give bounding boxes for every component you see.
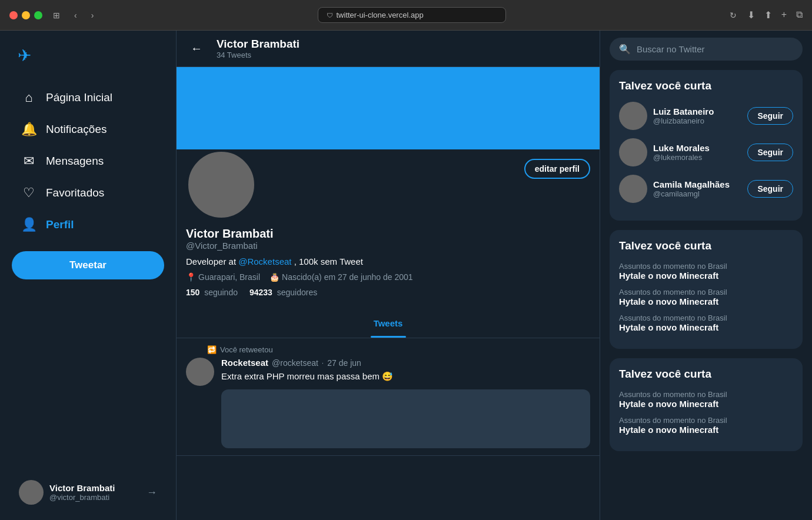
- profile-stats: 150 seguindo 94233 seguidores: [186, 288, 590, 297]
- maximize-button[interactable]: [34, 11, 42, 19]
- person-icon: 👤: [21, 217, 36, 232]
- avatar-wrapper: editar perfil: [186, 149, 590, 220]
- minimize-button[interactable]: [22, 11, 30, 19]
- sidebar-user-name: Victor Brambati: [49, 483, 141, 493]
- trend-item-3[interactable]: Assuntos do momento no Brasil Hytale o n…: [619, 314, 793, 332]
- location-item: 📍 Guarapari, Brasil: [186, 272, 260, 282]
- trend-category-3: Assuntos do momento no Brasil: [619, 314, 793, 322]
- trending-title-2: Talvez você curta: [619, 368, 793, 381]
- tweet-avatar: [186, 358, 214, 386]
- suggestion-handle-luke: @lukemorales: [653, 153, 741, 162]
- trending-card-2: Talvez você curta Assuntos do momento no…: [610, 358, 803, 451]
- sidebar-item-profile[interactable]: 👤 Perfil: [12, 210, 164, 239]
- tweet-item: 🔁 Você retweetou Rocketseat @rocketseat …: [177, 338, 600, 456]
- birthdate-item: 🎂 Nascido(a) em 27 de junho de 2001: [269, 272, 413, 282]
- traffic-lights: [9, 11, 42, 19]
- profile-avatar: [186, 149, 257, 220]
- search-input[interactable]: [637, 44, 793, 54]
- trend-name-3: Hytale o novo Minecraft: [619, 322, 793, 332]
- trend-item-2[interactable]: Assuntos do momento no Brasil Hytale o n…: [619, 288, 793, 306]
- home-icon: ⌂: [21, 90, 36, 105]
- following-count: 150: [186, 288, 199, 297]
- profile-name: Victor Brambati: [186, 227, 590, 241]
- edit-profile-button[interactable]: editar perfil: [524, 159, 590, 179]
- url-text: twitter-ui-clone.vercel.app: [337, 11, 424, 19]
- follow-button-luiz[interactable]: Seguir: [747, 107, 793, 125]
- retweet-icon: 🔁: [207, 345, 217, 354]
- search-box[interactable]: 🔍: [610, 38, 803, 61]
- suggestion-handle-camila: @camilaamgl: [653, 189, 741, 198]
- retweet-label: 🔁 Você retweetou: [186, 345, 590, 354]
- trending-card-1: Talvez você curta Assuntos do momento no…: [610, 230, 803, 349]
- following-stat[interactable]: 150 seguindo: [186, 288, 238, 297]
- tweet-button[interactable]: Tweetar: [12, 251, 164, 279]
- sidebar-user-handle: @victor_brambati: [49, 493, 141, 502]
- sidebar-toggle-button[interactable]: ⊞: [49, 8, 64, 22]
- trend-name-4: Hytale o novo Minecraft: [619, 399, 793, 409]
- followers-count: 94233: [249, 288, 272, 297]
- suggestion-avatar-luke: [619, 138, 647, 166]
- followers-stat[interactable]: 94233 seguidores: [249, 288, 317, 297]
- suggestions-title-1: Talvez você curta: [619, 79, 793, 92]
- trend-item-4[interactable]: Assuntos do momento no Brasil Hytale o n…: [619, 390, 793, 409]
- sidebar-avatar: [19, 480, 44, 505]
- close-button[interactable]: [9, 11, 18, 19]
- trend-category-5: Assuntos do momento no Brasil: [619, 416, 793, 425]
- sidebar: ✈ ⌂ Página Inicial 🔔 Notificações ✉ Mens…: [0, 31, 177, 520]
- twitter-logo-icon: ✈: [18, 46, 31, 65]
- back-button[interactable]: ←: [186, 38, 207, 59]
- suggestion-handle-luiz: @luizbataneiro: [653, 116, 741, 125]
- birthdate-text: Nascido(a) em 27 de junho de 2001: [282, 272, 413, 282]
- sidebar-item-label: Favoritados: [46, 186, 104, 199]
- sidebar-item-messages[interactable]: ✉ Mensagens: [12, 146, 164, 176]
- follow-button-camila[interactable]: Seguir: [747, 180, 793, 198]
- location-icon: 📍: [186, 272, 196, 282]
- heart-icon: ♡: [21, 185, 36, 201]
- app: ✈ ⌂ Página Inicial 🔔 Notificações ✉ Mens…: [0, 31, 812, 520]
- trend-name-1: Hytale o novo Minecraft: [619, 271, 793, 281]
- suggestion-info-camila: Camila Magalhães @camilaamgl: [653, 179, 741, 198]
- url-bar[interactable]: 🛡 twitter-ui-clone.vercel.app: [318, 7, 506, 23]
- bio-link[interactable]: @Rocketseat: [238, 256, 291, 266]
- suggestion-name-luke: Luke Morales: [653, 143, 741, 153]
- sidebar-item-label: Página Inicial: [46, 91, 112, 104]
- profile-header-tweets-count: 34 Tweets: [217, 51, 299, 59]
- download-icon[interactable]: ⬇: [747, 9, 755, 21]
- trend-name-2: Hytale o novo Minecraft: [619, 296, 793, 306]
- new-tab-icon[interactable]: +: [781, 9, 787, 21]
- sidebar-user-info: Victor Brambati @victor_brambati: [49, 483, 141, 502]
- forward-browser-button[interactable]: ›: [88, 8, 98, 22]
- profile-header-info: Victor Brambati 34 Tweets: [217, 38, 299, 59]
- follow-button-luke[interactable]: Seguir: [747, 144, 793, 161]
- share-icon[interactable]: ⬆: [764, 9, 772, 21]
- sidebar-item-favorites[interactable]: ♡ Favoritados: [12, 178, 164, 208]
- followers-label: seguidores: [277, 288, 318, 297]
- tweet-date: 27 de jun: [327, 358, 361, 368]
- tab-tweets-label: Tweets: [374, 318, 403, 328]
- profile-meta: 📍 Guarapari, Brasil 🎂 Nascido(a) em 27 d…: [186, 272, 590, 282]
- sidebar-item-home[interactable]: ⌂ Página Inicial: [12, 83, 164, 112]
- tweet-text: Extra extra PHP morreu mas passa bem 😅: [221, 370, 590, 384]
- trending-title-1: Talvez você curta: [619, 239, 793, 252]
- suggestion-item-camila: Camila Magalhães @camilaamgl Seguir: [619, 175, 793, 203]
- tabs-icon[interactable]: ⧉: [796, 9, 803, 21]
- suggestion-item-luke: Luke Morales @lukemorales Seguir: [619, 138, 793, 166]
- profile-bio: Developer at @Rocketseat , 100k sem Twee…: [186, 256, 590, 266]
- trend-item-1[interactable]: Assuntos do momento no Brasil Hytale o n…: [619, 262, 793, 281]
- reload-button[interactable]: ↻: [726, 8, 740, 22]
- logout-icon[interactable]: →: [147, 486, 157, 499]
- right-sidebar: 🔍 Talvez você curta Luiz Bataneiro @luiz…: [600, 31, 812, 520]
- tweet-user-line: Rocketseat @rocketseat · 27 de jun: [221, 358, 590, 368]
- tweet-separator: ·: [322, 359, 324, 367]
- sidebar-user[interactable]: Victor Brambati @victor_brambati →: [12, 474, 164, 511]
- following-label: seguindo: [204, 288, 238, 297]
- tab-tweets[interactable]: Tweets: [177, 309, 600, 338]
- sidebar-logo[interactable]: ✈: [12, 40, 164, 71]
- search-icon: 🔍: [619, 44, 631, 55]
- trend-item-5[interactable]: Assuntos do momento no Brasil Hytale o n…: [619, 416, 793, 435]
- profile-section: editar perfil Victor Brambati @Victor_Br…: [177, 149, 600, 309]
- retweet-label-text: Você retweetou: [220, 345, 273, 354]
- back-browser-button[interactable]: ‹: [71, 8, 81, 22]
- sidebar-item-notifications[interactable]: 🔔 Notificações: [12, 115, 164, 144]
- tweet-media: [221, 389, 590, 448]
